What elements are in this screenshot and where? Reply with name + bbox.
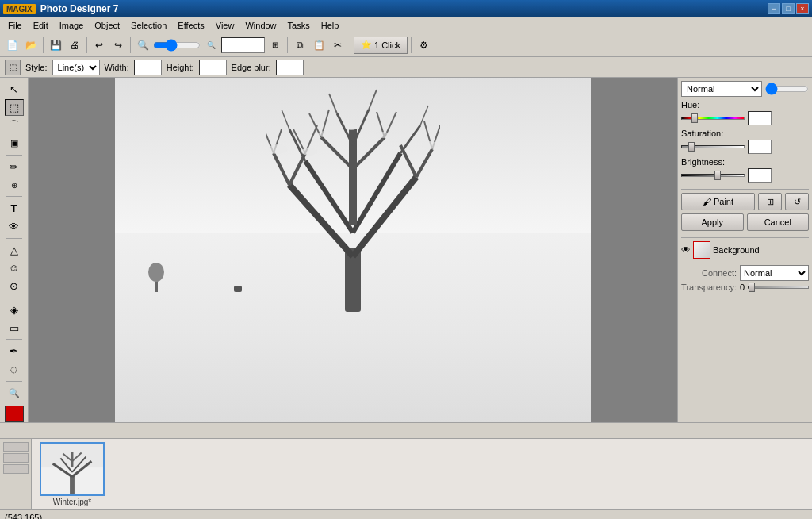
transparency-label: Transparency: [681, 283, 737, 292]
main-area: ↖ ⬚ ⌒ ▣ ✏ ⊕ T 👁 △ ☺ ⊙ ◈ ▭ ✒ ◌ 🔍 [0, 78, 812, 422]
save-button[interactable]: 💾 [47, 37, 64, 54]
toolbar-sep-2 [86, 37, 87, 53]
saturation-row: -62 [681, 140, 809, 154]
close-button[interactable]: × [796, 3, 809, 14]
connect-label: Connect: [681, 268, 737, 278]
lasso-tool-btn[interactable]: ⌒ [5, 117, 24, 134]
icon-btn-1[interactable]: ⊞ [758, 193, 782, 210]
settings-button[interactable]: ⚙ [415, 37, 432, 54]
statusbar: (543,165) [0, 509, 812, 519]
hue-value[interactable]: 27 [748, 111, 772, 125]
toolbar-sep-6 [411, 37, 412, 53]
cancel-button[interactable]: Cancel [747, 213, 810, 231]
svg-line-9 [416, 149, 432, 177]
menu-item-window[interactable]: Window [240, 19, 281, 32]
menu-item-effects[interactable]: Effects [173, 19, 209, 32]
paste-button[interactable]: 📋 [310, 37, 327, 54]
view-tool-btn[interactable]: 👁 [5, 218, 24, 235]
app-title: Photo Designer 7 [40, 3, 119, 14]
filmstrip-bar [0, 422, 812, 438]
saturation-slider-thumb[interactable] [688, 142, 695, 152]
apply-label: Apply [701, 217, 723, 227]
zoom-input[interactable]: 73.18% [221, 37, 265, 53]
height-input[interactable]: 80 [199, 60, 227, 75]
tray-btn-2[interactable] [3, 453, 29, 463]
menu-item-selection[interactable]: Selection [126, 19, 171, 32]
clone-tool-btn[interactable]: ⊕ [5, 177, 24, 194]
transparency-thumb[interactable] [749, 283, 755, 292]
new-button[interactable]: 📄 [3, 37, 21, 54]
menu-item-tasks[interactable]: Tasks [283, 19, 315, 32]
gradient-tool-btn[interactable]: △ [5, 242, 24, 259]
edge-blur-input[interactable]: 0 [276, 60, 304, 75]
one-click-label: 1 Click [374, 40, 400, 50]
minimize-button[interactable]: − [768, 3, 780, 14]
redo-button[interactable]: ↪ [109, 37, 127, 54]
tray-btn-3[interactable] [3, 464, 29, 474]
opacity-slider[interactable] [765, 83, 809, 94]
tray-btn-1[interactable] [3, 442, 29, 452]
layer-controls: 👁 Background [681, 241, 809, 259]
crop-tool-btn[interactable]: ▣ [5, 135, 24, 152]
paint-tool-btn[interactable]: ✏ [5, 159, 24, 175]
icon-btn-2[interactable]: ↺ [785, 193, 809, 210]
photo [115, 78, 591, 422]
zoom-slider[interactable] [153, 38, 201, 52]
magnify-tool-btn[interactable]: 🔍 [5, 385, 24, 402]
open-button[interactable]: 📂 [22, 37, 40, 54]
svg-line-6 [274, 153, 289, 185]
selection-icon: ⬚ [5, 60, 21, 75]
menu-item-file[interactable]: File [3, 19, 27, 32]
style-select[interactable]: Line(s) [52, 60, 100, 75]
thumbnail-tray: Winter.jpg* [0, 438, 812, 509]
fit-button[interactable]: ⊞ [266, 37, 284, 54]
maximize-button[interactable]: □ [782, 3, 795, 14]
brightness-slider-thumb[interactable] [714, 171, 721, 180]
paint-button[interactable]: 🖌 Paint [681, 193, 755, 210]
copy-button[interactable]: ⧉ [291, 37, 308, 54]
svg-point-30 [268, 144, 287, 154]
arrow-tool-btn[interactable]: ↖ [5, 81, 24, 98]
svg-point-31 [301, 148, 317, 156]
undo-button[interactable]: ↩ [90, 37, 108, 54]
menu-item-help[interactable]: Help [316, 19, 344, 32]
svg-line-28 [282, 110, 289, 129]
one-click-button[interactable]: ⭐ 1 Click [354, 37, 408, 54]
menu-item-image[interactable]: Image [55, 19, 89, 32]
layer-name: Background [713, 245, 760, 255]
select-tool-btn[interactable]: ⬚ [5, 99, 24, 116]
svg-point-34 [376, 132, 390, 138]
screen-tool-btn[interactable]: ▭ [5, 320, 24, 336]
menu-item-edit[interactable]: Edit [29, 19, 53, 32]
smudge-tool-btn[interactable]: ⊙ [5, 278, 24, 294]
brightness-value[interactable]: 15 [748, 168, 772, 183]
tool-sep-1 [6, 155, 22, 156]
svg-point-32 [422, 141, 438, 149]
connect-select[interactable]: Normal [740, 265, 809, 281]
menu-item-view[interactable]: View [211, 19, 239, 32]
svg-line-11 [353, 137, 385, 169]
erase-tool-btn[interactable]: ◌ [5, 361, 24, 378]
text-tool-btn[interactable]: T [5, 200, 24, 217]
eye-icon[interactable]: 👁 [681, 244, 691, 256]
width-input[interactable]: 80 [134, 60, 162, 75]
zoom-in-button[interactable]: 🔍 [134, 37, 151, 54]
menubar: FileEditImageObjectSelectionEffectsViewW… [0, 17, 812, 33]
brush-tool-btn[interactable]: ✒ [5, 343, 24, 359]
thumbnail-item[interactable]: Winter.jpg* [40, 442, 105, 506]
canvas-area[interactable] [29, 78, 677, 422]
panel-divider-2 [681, 237, 809, 238]
object-tool-btn[interactable]: ☺ [5, 260, 24, 276]
saturation-value[interactable]: -62 [748, 140, 772, 154]
fill-tool-btn[interactable]: ◈ [5, 302, 24, 318]
apply-button[interactable]: Apply [681, 213, 744, 231]
canvas [115, 78, 591, 422]
print-button[interactable]: 🖨 [66, 37, 83, 54]
cut-button[interactable]: ✂ [329, 37, 347, 54]
window-controls: − □ × [768, 3, 809, 14]
zoom-out-button[interactable]: 🔍 [202, 37, 220, 54]
color-swatch[interactable] [5, 406, 24, 422]
menu-item-object[interactable]: Object [90, 19, 124, 32]
blend-mode-select[interactable]: Normal [681, 81, 762, 97]
hue-slider-thumb[interactable] [691, 113, 698, 123]
